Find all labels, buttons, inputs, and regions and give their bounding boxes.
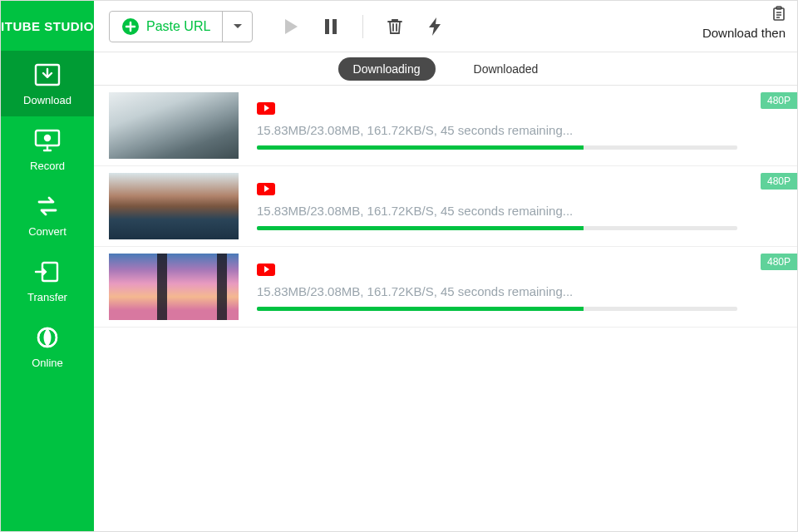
lightning-icon [427,17,442,37]
quality-badge: 480P [761,173,797,190]
youtube-icon [257,183,275,195]
youtube-icon [257,264,275,276]
video-thumbnail[interactable] [109,92,239,159]
download-row: 15.83MB/23.08MB, 161.72KB/S, 45 seconds … [94,247,797,328]
toolbar-right: Download then [702,6,786,40]
progress-fill [257,307,584,311]
app-logo: ITUBE STUDIO [1,1,94,51]
pause-button[interactable] [321,18,341,35]
progress-bar [257,145,737,150]
toolbar-separator [362,15,363,38]
tab-downloading[interactable]: Downloading [338,57,436,81]
video-thumbnail[interactable] [109,254,239,320]
svg-rect-7 [325,19,329,34]
transfer-icon [32,259,62,284]
download-row: 15.83MB/23.08MB, 161.72KB/S, 45 seconds … [94,166,797,247]
svg-point-2 [45,135,50,140]
sidebar-item-download[interactable]: Download [1,51,94,116]
tabs: Downloading Downloaded [94,52,797,86]
record-icon [32,128,62,153]
convert-icon [32,194,62,219]
progress-fill [257,145,584,150]
download-icon [32,62,62,87]
row-body: 15.83MB/23.08MB, 161.72KB/S, 45 seconds … [257,183,797,230]
sidebar-item-online[interactable]: Online [1,313,94,379]
paste-url-button[interactable]: Paste URL [110,12,222,42]
online-icon [32,325,62,350]
clipboard-icon[interactable] [772,6,786,21]
progress-bar [257,226,737,230]
tab-downloaded[interactable]: Downloaded [459,57,554,81]
sidebar-item-label: Transfer [27,291,67,303]
svg-rect-9 [774,8,784,20]
sidebar-item-label: Download [23,94,71,106]
sidebar: ITUBE STUDIO Download Record Conver [1,1,94,531]
sidebar-item-label: Convert [28,225,66,238]
download-row: 15.83MB/23.08MB, 161.72KB/S, 45 seconds … [94,86,797,166]
paste-url-dropdown[interactable] [222,12,252,42]
sidebar-item-label: Record [30,160,65,172]
row-body: 15.83MB/23.08MB, 161.72KB/S, 45 seconds … [257,264,797,311]
download-then-label: Download then [702,26,786,40]
youtube-icon [257,102,275,115]
svg-rect-8 [332,19,337,34]
row-body: 15.83MB/23.08MB, 161.72KB/S, 45 seconds … [257,102,797,150]
main-panel: Paste URL [94,1,797,531]
progress-bar [257,307,737,311]
sidebar-item-record[interactable]: Record [1,116,94,182]
pause-icon [324,18,337,35]
download-list: 15.83MB/23.08MB, 161.72KB/S, 45 seconds … [94,86,797,531]
sidebar-item-transfer[interactable]: Transfer [1,248,94,313]
turbo-button[interactable] [425,17,445,37]
sidebar-item-label: Online [32,357,63,369]
quality-badge: 480P [761,92,797,109]
paste-url-group: Paste URL [109,11,253,42]
play-icon [283,18,298,35]
play-button[interactable] [281,18,301,35]
download-status: 15.83MB/23.08MB, 161.72KB/S, 45 seconds … [257,123,737,137]
toolbar: Paste URL [94,1,797,52]
plus-circle-icon [121,17,140,36]
caret-down-icon [233,23,243,30]
download-status: 15.83MB/23.08MB, 161.72KB/S, 45 seconds … [257,284,737,298]
progress-fill [257,226,584,230]
paste-url-label: Paste URL [146,19,210,34]
delete-button[interactable] [385,17,405,36]
sidebar-item-convert[interactable]: Convert [1,182,94,248]
video-thumbnail[interactable] [109,173,239,239]
quality-badge: 480P [761,254,797,270]
download-status: 15.83MB/23.08MB, 161.72KB/S, 45 seconds … [257,204,737,218]
trash-icon [386,17,404,36]
